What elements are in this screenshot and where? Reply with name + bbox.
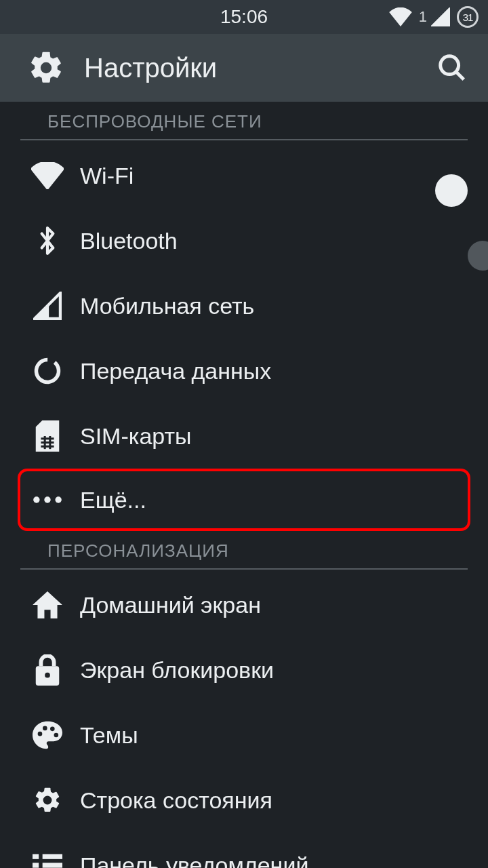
page-title: Настройки	[84, 53, 217, 83]
gear-icon	[27, 49, 65, 87]
settings-item-bluetooth[interactable]: Bluetooth	[0, 208, 488, 273]
svg-point-17	[54, 733, 59, 738]
app-bar: Настройки	[0, 34, 488, 102]
svg-point-0	[441, 56, 459, 75]
settings-item-mobile-network[interactable]: Мобильная сеть	[0, 273, 488, 338]
settings-item-label: Домашний экран	[80, 592, 261, 618]
svg-point-16	[50, 727, 55, 732]
settings-item-label: Строка состояния	[80, 787, 272, 814]
settings-item-label: Темы	[80, 722, 138, 749]
wifi-icon	[27, 162, 68, 189]
more-icon	[27, 495, 68, 505]
settings-item-label: Передача данных	[80, 358, 271, 384]
svg-point-13	[45, 673, 50, 678]
status-time: 15:06	[220, 6, 268, 28]
palette-icon	[27, 721, 68, 749]
svg-rect-20	[33, 863, 39, 867]
search-button[interactable]	[436, 52, 468, 83]
sim-index: 1	[419, 8, 427, 26]
settings-item-wifi[interactable]: Wi-Fi	[0, 143, 488, 208]
sim-card-icon	[27, 420, 68, 452]
svg-rect-21	[43, 863, 62, 867]
settings-item-more[interactable]: Ещё...	[18, 469, 470, 531]
settings-list: БЕСПРОВОДНЫЕ СЕТИ Wi-Fi Bluetooth Мобиль…	[0, 102, 488, 868]
settings-item-data-usage[interactable]: Передача данных	[0, 338, 488, 403]
settings-item-label: Панель уведомлений	[80, 852, 308, 869]
settings-item-lock-screen[interactable]: Экран блокировки	[0, 637, 488, 703]
settings-item-label: Wi-Fi	[80, 163, 134, 189]
svg-rect-19	[43, 854, 62, 859]
section-header-wireless: БЕСПРОВОДНЫЕ СЕТИ	[20, 102, 468, 140]
home-icon	[27, 591, 68, 618]
svg-point-14	[38, 732, 43, 736]
settings-item-label: SIM-карты	[80, 423, 191, 450]
svg-point-11	[55, 496, 61, 502]
svg-point-2	[33, 356, 62, 386]
wifi-status-icon	[389, 7, 412, 26]
settings-item-home-screen[interactable]: Домашний экран	[0, 572, 488, 637]
lock-icon	[27, 654, 68, 686]
settings-item-label: Экран блокировки	[80, 657, 274, 684]
settings-item-label: Ещё...	[80, 487, 146, 513]
gear-small-icon	[27, 785, 68, 815]
svg-point-9	[33, 496, 39, 502]
cell-signal-icon	[431, 7, 450, 26]
settings-item-label: Bluetooth	[80, 228, 178, 254]
settings-item-themes[interactable]: Темы	[0, 703, 488, 768]
status-right: 1 31	[389, 6, 479, 28]
data-usage-icon	[27, 356, 68, 386]
settings-item-sim-cards[interactable]: SIM-карты	[0, 403, 488, 469]
settings-item-label: Мобильная сеть	[80, 293, 254, 319]
svg-rect-18	[33, 854, 39, 859]
cell-icon	[27, 292, 68, 320]
svg-point-15	[43, 726, 47, 731]
list-icon	[27, 853, 68, 868]
settings-item-status-bar[interactable]: Строка состояния	[0, 768, 488, 833]
status-bar: 15:06 1 31	[0, 0, 488, 34]
svg-point-10	[44, 496, 50, 502]
svg-line-1	[456, 72, 464, 80]
settings-item-notification-panel[interactable]: Панель уведомлений	[0, 833, 488, 868]
battery-percent: 31	[463, 12, 473, 23]
section-header-personalization: ПЕРСОНАЛИЗАЦИЯ	[20, 531, 468, 570]
bluetooth-icon	[27, 225, 68, 256]
battery-indicator: 31	[457, 6, 479, 28]
